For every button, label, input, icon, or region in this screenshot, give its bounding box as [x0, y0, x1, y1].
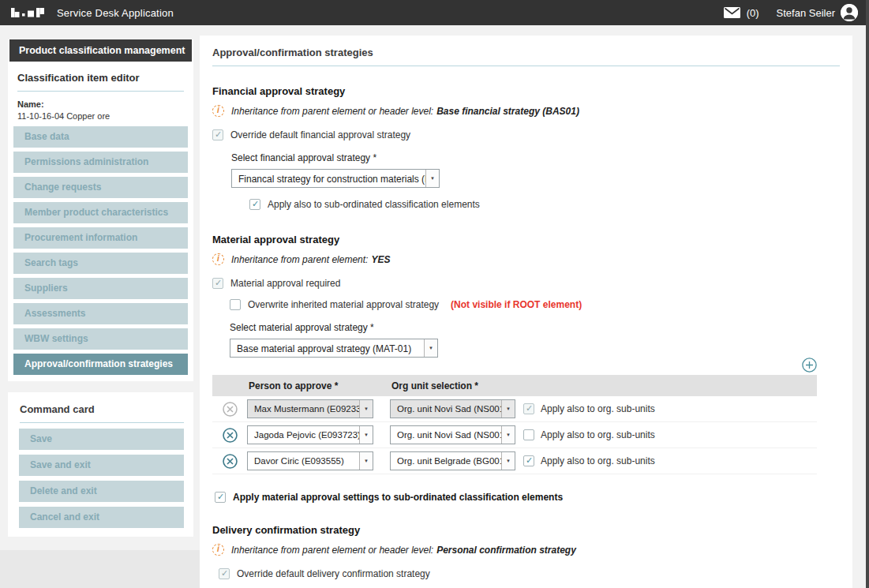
- org-unit-value: Org. unit Belgrade (BG001): [391, 452, 501, 470]
- person-value: Jagoda Pejovic (E093723): [248, 426, 359, 444]
- apply-org-subunits-label: Apply also to org. sub-units: [541, 455, 655, 466]
- inheritance-text: Inheritance from parent element or heade…: [231, 545, 433, 556]
- apply-org-subunits-label: Apply also to org. sub-units: [541, 429, 655, 440]
- person-to-approve-select[interactable]: Davor Ciric (E093555): [247, 451, 373, 470]
- inheritance-text: Inheritance from parent element or heade…: [231, 106, 433, 117]
- apply-org-subunits-checkbox[interactable]: [523, 403, 534, 414]
- apply-org-subunits-label: Apply also to org. sub-units: [541, 403, 655, 414]
- chevron-down-icon: [425, 170, 439, 187]
- sidebar-item-suppliers[interactable]: Suppliers: [13, 278, 188, 299]
- org-unit-select[interactable]: Org. unit Novi Sad (NS001): [390, 425, 515, 444]
- info-icon: i: [212, 105, 224, 117]
- material-overwrite-label: Overwrite inherited material approval st…: [248, 299, 439, 310]
- apply-org-subunits-checkbox[interactable]: [523, 429, 534, 440]
- material-apply-settings-label: Apply material approval settings to sub-…: [233, 492, 563, 503]
- org-unit-value: Org. unit Novi Sad (NS001): [391, 426, 501, 444]
- classification-card: Product classification management Classi…: [8, 39, 193, 381]
- financial-override-row: Override default financial approval stra…: [212, 129, 840, 140]
- remove-approver-button[interactable]: [223, 402, 238, 417]
- name-label: Name:: [8, 99, 193, 109]
- divider: [212, 66, 840, 66]
- approver-row: Max Mustermann (E09233) Org. unit Novi S…: [212, 396, 817, 422]
- divider: [20, 422, 184, 423]
- org-unit-select[interactable]: Org. unit Novi Sad (NS001): [390, 399, 515, 418]
- panel-title: Product classification management: [9, 39, 192, 62]
- info-icon: i: [212, 253, 224, 265]
- financial-strategy-select[interactable]: Financal strategy for construction mater…: [231, 169, 440, 188]
- person-value: Davor Ciric (E093555): [248, 452, 359, 470]
- sidebar-item-approval-confirmation-strategies[interactable]: Approval/confirmation strategies: [13, 354, 188, 375]
- chevron-down-icon: [359, 452, 373, 470]
- remove-approver-button[interactable]: [223, 454, 238, 469]
- command-card-title: Command card: [8, 392, 193, 415]
- app-title: Service Desk Application: [57, 7, 174, 19]
- delivery-override-label: Override default delivery confirmation s…: [237, 568, 430, 579]
- mail-icon[interactable]: [724, 7, 740, 18]
- name-value: 11-10-16-04 Copper ore: [8, 109, 193, 122]
- financial-select-label: Select financial approval strategy *: [231, 152, 840, 163]
- user-avatar-icon[interactable]: [841, 4, 858, 21]
- approver-row: Jagoda Pejovic (E093723) Org. unit Novi …: [212, 422, 817, 448]
- cancel-and-exit-button[interactable]: Cancel and exit: [19, 507, 184, 528]
- sidebar-item-procurement-information[interactable]: Procurement information: [13, 227, 188, 249]
- material-overwrite-checkbox[interactable]: [230, 299, 241, 310]
- chevron-down-icon: [501, 426, 515, 444]
- material-inheritance-note: i Inheritance from parent element: YES: [212, 253, 840, 265]
- add-approver-button[interactable]: [802, 358, 817, 375]
- material-strategy-select[interactable]: Base material approval strategy (MAT-01): [230, 339, 438, 358]
- save-button[interactable]: Save: [19, 429, 184, 450]
- scrollbar-track[interactable]: [866, 0, 869, 588]
- approver-row: Davor Ciric (E093555) Org. unit Belgrade…: [212, 448, 817, 474]
- editor-title: Classification item editor: [8, 62, 193, 84]
- mail-count: (0): [747, 7, 759, 19]
- sidebar: Product classification management Classi…: [8, 36, 193, 537]
- person-to-approve-select[interactable]: Jagoda Pejovic (E093723): [247, 425, 373, 444]
- financial-strategy-value: Financal strategy for construction mater…: [232, 170, 425, 187]
- chevron-down-icon: [424, 339, 437, 357]
- column-org-unit-selection: Org unit selection *: [390, 380, 515, 391]
- chevron-down-icon: [501, 452, 515, 470]
- org-unit-select[interactable]: Org. unit Belgrade (BG001): [390, 451, 515, 470]
- financial-apply-sub-checkbox[interactable]: [249, 199, 260, 210]
- person-to-approve-select[interactable]: Max Mustermann (E09233): [247, 399, 373, 418]
- column-person-to-approve: Person to approve *: [247, 380, 373, 391]
- inheritance-value: Base financial strategy (BAS01): [436, 106, 579, 117]
- sidebar-item-assessments[interactable]: Assessments: [13, 303, 188, 324]
- delete-and-exit-button[interactable]: Delete and exit: [19, 481, 184, 502]
- remove-approver-button[interactable]: [223, 428, 238, 443]
- user-name: Stefan Seiler: [777, 7, 835, 19]
- material-strategy-value: Base material approval strategy (MAT-01): [230, 339, 424, 357]
- material-overwrite-row: Overwrite inherited material approval st…: [230, 299, 840, 310]
- inheritance-text: Inheritance from parent element:: [231, 254, 368, 265]
- material-select-label: Select material approval strategy *: [230, 322, 840, 333]
- app-header: Service Desk Application (0) Stefan Seil…: [0, 0, 869, 25]
- org-unit-value: Org. unit Novi Sad (NS001): [391, 400, 501, 418]
- financial-inheritance-note: i Inheritance from parent element or hea…: [212, 105, 840, 117]
- main-content: Approval/confirmation strategies Financi…: [200, 36, 852, 588]
- sidebar-item-member-product-characteristics[interactable]: Member product characteristics: [13, 202, 188, 223]
- financial-section-heading: Financial approval strategy: [212, 85, 840, 97]
- app-logo-icon: [11, 5, 44, 21]
- delivery-section-heading: Delivery confirmation strategy: [212, 524, 840, 536]
- sidebar-item-wbw-settings[interactable]: WBW settings: [13, 328, 188, 350]
- sidebar-item-search-tags[interactable]: Search tags: [13, 253, 188, 274]
- financial-apply-sub-label: Apply also to sub-ordinated classificati…: [268, 199, 480, 210]
- sidebar-item-permissions-administration[interactable]: Permissions administration: [13, 152, 188, 173]
- page-title: Approval/confirmation strategies: [212, 47, 840, 58]
- info-icon: i: [212, 544, 224, 556]
- bottom-left-strip: [0, 550, 200, 588]
- delivery-inheritance-note: i Inheritance from parent element or hea…: [212, 544, 840, 556]
- material-overwrite-warning: (Not visible if ROOT element): [451, 299, 582, 310]
- delivery-override-checkbox[interactable]: [219, 568, 230, 579]
- financial-override-checkbox[interactable]: [212, 129, 223, 140]
- material-apply-settings-checkbox[interactable]: [215, 492, 226, 503]
- save-and-exit-button[interactable]: Save and exit: [19, 455, 184, 476]
- sidebar-item-base-data[interactable]: Base data: [13, 126, 188, 148]
- sidebar-item-change-requests[interactable]: Change requests: [13, 177, 188, 198]
- material-required-checkbox[interactable]: [212, 278, 223, 289]
- material-apply-settings-row: Apply material approval settings to sub-…: [215, 492, 840, 503]
- person-value: Max Mustermann (E09233): [248, 400, 359, 418]
- add-approver-row: [212, 358, 817, 373]
- apply-org-subunits-checkbox[interactable]: [523, 455, 534, 466]
- chevron-down-icon: [359, 426, 373, 444]
